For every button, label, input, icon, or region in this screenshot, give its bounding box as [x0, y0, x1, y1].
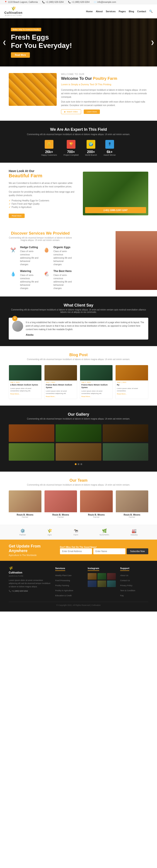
- watering-title: Watering: [20, 270, 39, 273]
- footer: 🌾 Cultivation AGRICULTURE Lorem ipsum do…: [0, 561, 157, 612]
- partner-1: ⚙️ Partner: [19, 528, 26, 536]
- quote-icon: ❝: [12, 316, 17, 321]
- nav-contact[interactable]: Contact: [137, 10, 146, 13]
- blog-card-3: July 1, 2021 France Bans Metam Sodium Sy…: [80, 365, 113, 399]
- nav-home[interactable]: Home: [86, 10, 93, 13]
- gallery-dots: [9, 463, 148, 465]
- newsletter-submit-button[interactable]: Subscribe Now: [127, 548, 148, 554]
- insta-img-5: [97, 581, 106, 587]
- gallery-section: Our Gallery Commenting elit do eiusmod t…: [0, 406, 157, 472]
- stat-world: 🌍 200+ World Branch: [85, 140, 97, 156]
- partners-section: ⚙️ Partner 🌾 Agro 🐄 Farm 🌿 NUOFERA 🏭 Ind…: [0, 525, 157, 539]
- hero-arrow-right[interactable]: ❯: [151, 40, 154, 45]
- welcome-p1: Commenting elit do eiusmod tempor incidi…: [61, 88, 148, 99]
- hedge-cutting-icon: ✂️: [9, 246, 17, 254]
- team-img-3: [80, 490, 113, 512]
- best-hens-desc: Class of semi-conscious addressing life …: [53, 274, 72, 290]
- stat-num-customers: 26k+: [41, 150, 57, 154]
- footer-instagram: Instagram: [88, 566, 116, 598]
- partner-icon-5: 🏭: [132, 528, 136, 533]
- address: 📍 1133 Beach Lagoon, California: [4, 1, 38, 3]
- hero-section: Better Way To Invest In Poultry Fresh Eg…: [0, 19, 157, 66]
- learn-more-button[interactable]: Learn More: [84, 110, 100, 114]
- blog-meta-2: July 1, 2021: [44, 380, 77, 383]
- stat-num-world: 200+: [85, 150, 97, 154]
- blog-meta-1: July 1, 2021: [9, 380, 41, 383]
- expert-title: We Are An Expert In This Field: [9, 127, 148, 132]
- testimonial-title: What Client Say: [9, 303, 148, 308]
- nav-pages[interactable]: Pages: [119, 10, 126, 13]
- testimonial-card: ❝ It is a long established fact that a r…: [9, 318, 148, 340]
- hero-read-more-button[interactable]: Read More: [11, 52, 30, 58]
- partner-icon-1: ⚙️: [20, 528, 25, 533]
- welcome-subtitle: Lorem is Simply a Dummy Text Of This Pri…: [61, 83, 148, 87]
- nav-about[interactable]: About: [96, 10, 103, 13]
- team-section: Our Team Commenting elit do eiusmod temp…: [0, 472, 157, 525]
- farm-bullet-1: Producing Healthy Eggs for Customers: [9, 199, 79, 202]
- testimonial-quote: It is a long established fact that a rea…: [26, 321, 145, 331]
- watch-video-button[interactable]: ▶ Watch Video: [61, 109, 81, 114]
- footer-service-5: Education & Credit: [55, 593, 83, 597]
- hedge-cutting-desc: Class of semi-conscious addressing life …: [20, 250, 39, 266]
- blog-card-4: July 1, 2021 Ry Lorem ipsum dolor sit am…: [115, 365, 148, 399]
- organic-eggs-text: Organic Eggs Class of semi-conscious add…: [53, 246, 72, 266]
- blog-img-1: [9, 365, 41, 380]
- footer-contact: 📞 +1 (480) 628-5264: [9, 590, 51, 592]
- farm-section: Have Look At Our Beautiful Farm We are C…: [0, 163, 157, 225]
- blog-card-2: July 1, 2021 France Bans Metam Sodium Sy…: [44, 365, 77, 399]
- dot-1[interactable]: [75, 463, 77, 465]
- nav-blog[interactable]: Blog: [129, 10, 134, 13]
- footer-desc: Lorem ipsum dolor sit amet consectetur a…: [9, 579, 51, 588]
- gallery-item-6: [103, 443, 148, 461]
- footer-service-2: Food Processing: [55, 578, 83, 582]
- stat-icon-project: 🏆: [67, 140, 75, 149]
- copyright-text: © Copyright 2022, All Rights Reserved | …: [56, 604, 101, 606]
- team-name-1: Rouis B. Woons: [9, 514, 41, 516]
- welcome-heading: Welcome To Our Poultry Farm: [61, 76, 148, 81]
- blog-section: Blog Post Commenting elit do eiusmod tem…: [0, 346, 157, 406]
- dot-3[interactable]: [80, 463, 82, 465]
- newsletter-name-input[interactable]: [93, 548, 125, 554]
- stat-icon-customers: 😊: [45, 140, 53, 149]
- service-item-eggs: 🥚 Organic Eggs Class of semi-conscious a…: [42, 246, 72, 266]
- blog-title-4: Ry: [116, 383, 148, 387]
- watering-desc: Class of semi-conscious addressing life …: [20, 274, 39, 290]
- dot-2[interactable]: [78, 463, 79, 465]
- nav-services[interactable]: Services: [106, 10, 116, 13]
- blog-img-3: [80, 365, 113, 380]
- logo-text: Cultivation: [4, 11, 23, 14]
- hero-arrow-left[interactable]: ❮: [3, 40, 6, 45]
- stat-icon-award: 🎖: [105, 140, 114, 149]
- newsletter-email-input[interactable]: [60, 548, 92, 554]
- blog-read-more-4[interactable]: Read More...: [116, 393, 148, 396]
- footer-support-1: About Us: [120, 573, 148, 577]
- footer-service-4: Poultry in Agriculture: [55, 588, 83, 592]
- footer-instagram-heading: Instagram: [88, 567, 99, 571]
- team-member-4: Rouis B. Woons Farmer: [116, 490, 149, 518]
- blog-text-3: Lorem ipsum dolor sit amet consectetur a…: [80, 390, 113, 396]
- phone-icon-2: 📞: [68, 1, 71, 3]
- services-subtitle: Commenting elit do eiusmod tempor incidi…: [9, 237, 72, 241]
- search-icon[interactable]: 🔍: [149, 10, 153, 13]
- gallery-subtitle: Commenting elit do eiusmod tempor incidi…: [9, 417, 148, 420]
- footer-bottom: © Copyright 2022, All Rights Reserved | …: [9, 602, 148, 606]
- blog-card-1: July 1, 2021 a Bans Metam Sodium Symes L…: [9, 365, 42, 399]
- play-icon: ▶: [64, 111, 66, 113]
- footer-logo: 🌾 Cultivation AGRICULTURE: [9, 566, 51, 577]
- hedge-cutting-title: Hedge Cutting: [20, 246, 39, 249]
- logo-icon: 🌾: [11, 6, 16, 11]
- expert-section: We Are An Expert In This Field Commentin…: [0, 121, 157, 163]
- blog-title-1: a Bans Metam Sodium Symes: [9, 383, 41, 387]
- blog-read-more-3[interactable]: Read More...: [80, 396, 113, 399]
- stat-label-project: Project Completd: [64, 154, 79, 156]
- farm-bullet-2: Farm Fresh and High Quality: [9, 202, 79, 206]
- team-title: Our Team: [9, 478, 148, 483]
- gallery-item-1: [9, 424, 54, 442]
- newsletter-form-label: Don't Miss Out On The Good News!: [60, 546, 148, 548]
- blog-read-more-1[interactable]: Read More...: [9, 393, 41, 396]
- team-role-3: Farmer: [80, 516, 113, 518]
- welcome-section: Welcome to Our Welcome To Our Poultry Fa…: [0, 66, 157, 121]
- blog-read-more-2[interactable]: Read More...: [44, 396, 77, 399]
- blog-title-3: France Bans Metam Sodium Symes: [80, 383, 113, 389]
- farm-read-more-button[interactable]: Read More: [9, 214, 25, 218]
